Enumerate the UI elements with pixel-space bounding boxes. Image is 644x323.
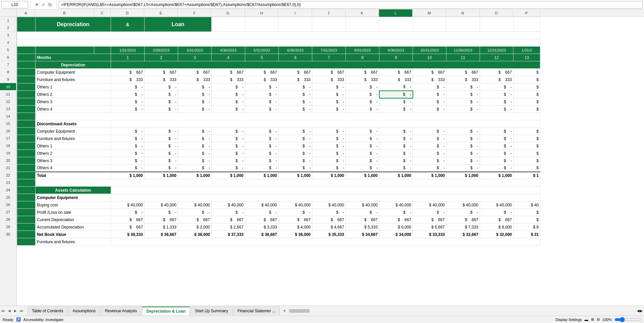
cell-g8[interactable]: $ 333 [212, 76, 245, 83]
cell-b19-label[interactable]: Others 3 [36, 157, 111, 165]
cell-o5-num[interactable]: 12 [480, 54, 514, 61]
cell-d17[interactable]: $ - [111, 142, 145, 150]
cell-b12-label[interactable]: Others 4 [36, 106, 111, 113]
cell-l21-total[interactable]: $ 1,000 [379, 172, 413, 179]
cell-e19[interactable]: $ - [145, 157, 178, 165]
cell-m9[interactable]: $ - [413, 83, 446, 91]
next-sheet-arrow[interactable]: ▶ [13, 308, 18, 313]
cell-h16[interactable]: $ - [245, 135, 279, 142]
cell-g25[interactable]: $ 40,000 [212, 201, 245, 209]
formula-cancel-icon[interactable]: ✕ [34, 2, 40, 7]
cell-i19[interactable]: $ - [279, 157, 312, 165]
tab-financial-statement[interactable]: Financial Statemer ... [233, 307, 280, 315]
cell-g7[interactable]: $ 667 [212, 69, 245, 76]
cell-d27[interactable]: $ 667 [111, 216, 145, 223]
cell-i16[interactable]: $ - [279, 135, 312, 142]
col-header-k[interactable]: K [345, 9, 379, 17]
cell-o12[interactable]: $ - [480, 106, 514, 113]
cell-j25[interactable]: $ 40,000 [312, 201, 346, 209]
cell-k10[interactable]: $ - [346, 91, 379, 98]
cell-o21-total[interactable]: $ 1,000 [480, 172, 514, 179]
cell-f15[interactable]: $ - [178, 128, 212, 135]
cell-o8[interactable]: $ 333 [480, 76, 514, 83]
zoom-slider[interactable] [614, 318, 641, 322]
cell-g27[interactable]: $ 667 [212, 216, 245, 223]
cell-d16[interactable]: $ - [111, 135, 145, 142]
cell-j4-date[interactable]: 7/31/2023 [312, 47, 346, 54]
cell-b14-label[interactable]: Discontinued Assets [36, 120, 111, 128]
cell-h25[interactable]: $ 40,000 [245, 201, 279, 209]
tab-startup-summary[interactable]: Start Up Summary [191, 307, 232, 315]
cell-e10[interactable]: $ - [145, 91, 178, 98]
cell-i10[interactable]: $ - [279, 91, 312, 98]
cell-k4-date[interactable]: 8/31/2023 [346, 47, 379, 54]
cell-i27[interactable]: $ 667 [279, 216, 312, 223]
cell-f10[interactable]: $ - [178, 91, 212, 98]
cell-j19[interactable]: $ - [312, 157, 346, 165]
cell-g4-date[interactable]: 4/30/2023 [212, 47, 245, 54]
cell-e15[interactable]: $ - [145, 128, 178, 135]
scroll-left-arrow[interactable]: ◀ [637, 309, 640, 313]
cell-m27[interactable]: $ 667 [413, 216, 446, 223]
cell-n20[interactable]: $ - [446, 165, 480, 172]
cell-e17[interactable]: $ - [145, 142, 178, 150]
add-sheet-button[interactable]: + [280, 307, 288, 315]
cell-p17[interactable]: $ [514, 142, 540, 150]
cell-n12[interactable]: $ - [446, 106, 480, 113]
cell-k12[interactable]: $ - [346, 106, 379, 113]
cell-e4-date[interactable]: 2/28/2023 [145, 47, 178, 54]
cell-g11[interactable]: $ - [212, 98, 245, 106]
cell-d18[interactable]: $ - [111, 150, 145, 157]
cell-d12[interactable]: $ - [111, 106, 145, 113]
cell-f20[interactable]: $ - [178, 165, 212, 172]
cell-m25[interactable]: $ 40,000 [413, 201, 446, 209]
cell-e9[interactable]: $ - [145, 83, 178, 91]
cell-n8[interactable]: $ 333 [446, 76, 480, 83]
cell-n29[interactable]: $ 32,667 [446, 231, 480, 238]
cell-n10[interactable]: $ - [446, 91, 480, 98]
cell-p27[interactable]: $ [514, 216, 540, 223]
col-header-n[interactable]: N [446, 9, 480, 17]
cell-m19[interactable]: $ - [413, 157, 446, 165]
cell-k16[interactable]: $ - [346, 135, 379, 142]
cell-o7[interactable]: $ 667 [480, 69, 514, 76]
cell-h18[interactable]: $ - [245, 150, 279, 157]
cell-l17[interactable]: $ - [379, 142, 413, 150]
cell-h17[interactable]: $ - [245, 142, 279, 150]
cell-e18[interactable]: $ - [145, 150, 178, 157]
cell-j17[interactable]: $ - [312, 142, 346, 150]
cell-k19[interactable]: $ - [346, 157, 379, 165]
cell-o9[interactable]: $ - [480, 83, 514, 91]
tab-depreciation-loan[interactable]: Depreciation & Loan [142, 307, 190, 315]
cell-b10-label[interactable]: Others 2 [36, 91, 111, 98]
cell-b21-total-label[interactable]: Total [36, 172, 111, 179]
cell-b20-label[interactable]: Others 4 [36, 165, 111, 172]
cell-f12[interactable]: $ - [178, 106, 212, 113]
cell-j7[interactable]: $ 667 [312, 69, 346, 76]
cell-e7[interactable]: $ 667 [145, 69, 178, 76]
cell-o4-date[interactable]: 12/31/2023 [480, 47, 514, 54]
cell-g15[interactable]: $ - [212, 128, 245, 135]
cell-j21-total[interactable]: $ 1,000 [312, 172, 346, 179]
cell-p9[interactable]: $ [514, 83, 540, 91]
cell-i4-date[interactable]: 6/30/2023 [279, 47, 312, 54]
cell-e11[interactable]: $ - [145, 98, 178, 106]
cell-l28[interactable]: $ 6,000 [379, 223, 413, 231]
cell-f27[interactable]: $ 667 [178, 216, 212, 223]
cell-i8[interactable]: $ 333 [279, 76, 312, 83]
cell-k5-num[interactable]: 8 [346, 54, 379, 61]
cell-l29[interactable]: $ 34,000 [379, 231, 413, 238]
cell-m11[interactable]: $ - [413, 98, 446, 106]
scroll-right-arrow[interactable]: ▶ [640, 309, 643, 313]
cell-n9[interactable]: $ - [446, 83, 480, 91]
cell-p18[interactable]: $ [514, 150, 540, 157]
cell-f25[interactable]: $ 40,000 [178, 201, 212, 209]
cell-p25[interactable]: $ 40 [514, 201, 540, 209]
cell-p5-num[interactable]: 13 [514, 54, 540, 61]
cell-h29[interactable]: $ 36,667 [245, 231, 279, 238]
cell-g5-num[interactable]: 4 [212, 54, 245, 61]
cell-l26[interactable]: $ - [379, 209, 413, 216]
cell-o11[interactable]: $ - [480, 98, 514, 106]
cell-l7[interactable]: $ 667 [379, 69, 413, 76]
cell-k9[interactable]: $ - [346, 83, 379, 91]
